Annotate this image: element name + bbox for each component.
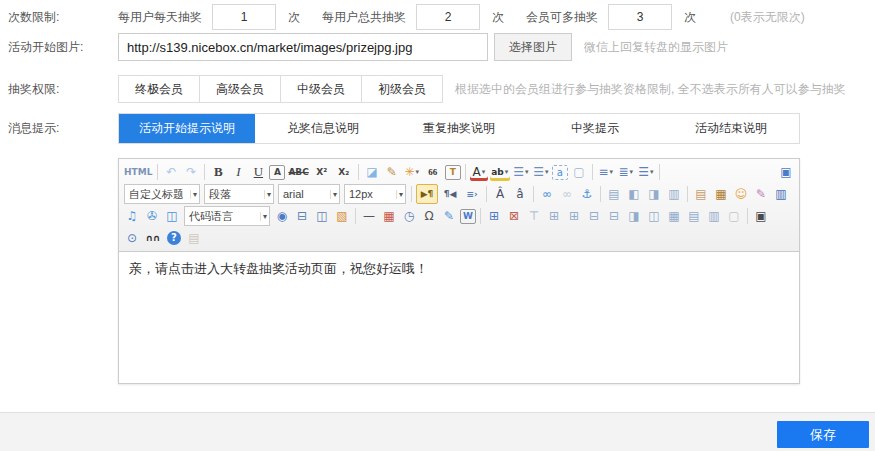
undo-icon[interactable]: ↶	[162, 163, 180, 181]
to-uppercase-icon[interactable]: Â	[491, 185, 509, 203]
insert-time-icon[interactable]: ◷	[400, 207, 418, 225]
member-senior-button[interactable]: 高级会员	[199, 75, 281, 103]
tab-activity-start-tip[interactable]: 活动开始提示说明	[119, 114, 255, 143]
document-icon[interactable]: ▢	[725, 207, 743, 225]
start-image-url-input[interactable]	[118, 33, 488, 61]
superscript-icon[interactable]: X²	[312, 163, 332, 181]
custom-title-select[interactable]: 自定义标题▾	[124, 184, 200, 204]
tab-activity-end[interactable]: 活动结束说明	[663, 114, 799, 143]
image-align-center-icon[interactable]: ▥	[665, 185, 683, 203]
delete-column-icon[interactable]: ⊟	[605, 207, 623, 225]
merge-cells-right-icon[interactable]: ◨	[625, 207, 643, 225]
tab-redeem-info[interactable]: 兑奖信息说明	[255, 114, 391, 143]
insert-video-icon[interactable]: ▥	[772, 185, 790, 203]
background-color-icon[interactable]: ab▾	[490, 163, 510, 181]
subscript-icon[interactable]: X₂	[334, 163, 354, 181]
total-limit-input[interactable]	[416, 4, 480, 30]
toolbar-row: ⊙∩∩?▤	[122, 227, 796, 249]
page-break-icon[interactable]: ⊟	[293, 207, 311, 225]
member-extra-input[interactable]	[608, 4, 672, 30]
dropdown-arrow-icon: ▾	[264, 190, 271, 199]
background-settings-icon[interactable]: ▧	[333, 207, 351, 225]
preview-icon[interactable]: ⊙	[123, 229, 141, 247]
insert-image-icon[interactable]: ▦	[712, 185, 730, 203]
table-title-cell-icon[interactable]: ⊤	[525, 207, 543, 225]
delete-table-icon[interactable]: ⊠	[505, 207, 523, 225]
screen-capture-icon[interactable]: ✎	[440, 207, 458, 225]
font-size-select[interactable]: 12px▾	[344, 184, 406, 204]
tab-winning-tip[interactable]: 中奖提示	[527, 114, 663, 143]
strikethrough-icon[interactable]: ABC	[287, 163, 309, 181]
print-icon[interactable]: ▣	[752, 207, 770, 225]
editor-content-area[interactable]: 亲，请点击进入大转盘抽奖活动页面，祝您好运哦！	[119, 252, 799, 383]
scrawl-icon[interactable]: ✎	[752, 185, 770, 203]
clear-format-brush-icon[interactable]: ✎	[383, 163, 401, 181]
limit-hint: (0表示无限次)	[730, 9, 805, 26]
insert-link-icon[interactable]: ∞	[538, 185, 556, 203]
dropdown-arrow-icon: ▾	[610, 163, 614, 181]
indent-icon[interactable]: ≡›	[462, 185, 482, 203]
line-spacing-icon[interactable]: ☰▾	[637, 163, 655, 181]
auto-typeset-icon[interactable]: ✳▾	[403, 163, 421, 181]
direction-ltr-icon[interactable]: ▶¶	[416, 184, 438, 204]
insert-code-icon[interactable]: ◉	[273, 207, 291, 225]
special-characters-icon[interactable]: Ω	[420, 207, 438, 225]
paragraph-spacing-icon[interactable]: ≣▾	[617, 163, 635, 181]
attachment-icon[interactable]: ✇	[143, 207, 161, 225]
html-source-icon[interactable]: HTML	[123, 163, 153, 181]
ordered-list-icon[interactable]: ☰▾	[512, 163, 530, 181]
drafts-icon[interactable]: ▤	[185, 229, 203, 247]
font-color-icon[interactable]: A▾	[470, 163, 488, 181]
italic-icon[interactable]: I	[229, 163, 247, 181]
insert-flash-icon[interactable]: ◫	[163, 207, 181, 225]
search-replace-icon[interactable]: ∩∩	[143, 229, 163, 247]
horizontal-rule-icon[interactable]: —	[360, 207, 378, 225]
new-document-icon[interactable]: ▢	[570, 163, 588, 181]
tab-repeat-draw[interactable]: 重复抽奖说明	[391, 114, 527, 143]
insert-row-icon[interactable]: ⊞	[545, 207, 563, 225]
fullscreen-icon[interactable]: ▣	[777, 163, 795, 181]
image-align-left-icon[interactable]: ◧	[625, 185, 643, 203]
split-to-columns-icon[interactable]: ▥	[705, 207, 723, 225]
underline-icon[interactable]: U	[249, 163, 267, 181]
paragraph-format-select[interactable]: 段落▾	[204, 184, 274, 204]
paste-as-text-icon[interactable]: T	[445, 165, 461, 180]
image-align-right-icon[interactable]: ◨	[645, 185, 663, 203]
font-size-select-value: 12px	[349, 188, 373, 200]
unlink-icon[interactable]: ∞	[558, 185, 576, 203]
snapshot-icon[interactable]: ▤	[692, 185, 710, 203]
blockquote-icon[interactable]: 66	[423, 163, 443, 181]
member-middle-button[interactable]: 中级会员	[280, 75, 362, 103]
font-border-icon[interactable]: A	[269, 165, 285, 180]
word-image-icon[interactable]: W	[460, 209, 476, 224]
bold-icon[interactable]: B	[209, 163, 227, 181]
direction-rtl-icon[interactable]: ¶◀	[440, 185, 460, 203]
member-junior-button[interactable]: 初级会员	[361, 75, 443, 103]
delete-row-icon[interactable]: ⊟	[585, 207, 603, 225]
justify-align-icon[interactable]: ≡▾	[597, 163, 615, 181]
unordered-list-icon[interactable]: ☰▾	[532, 163, 550, 181]
help-icon[interactable]: ?	[167, 231, 181, 245]
choose-image-button[interactable]: 选择图片	[494, 33, 572, 61]
save-button[interactable]: 保存	[777, 421, 869, 448]
image-align-none-icon[interactable]: ▤	[605, 185, 623, 203]
insert-date-icon[interactable]: ▦	[380, 207, 398, 225]
merge-cells-icon[interactable]: ▦	[665, 207, 683, 225]
to-lowercase-icon[interactable]: â	[511, 185, 529, 203]
insert-table-icon[interactable]: ⊞	[485, 207, 503, 225]
insert-music-icon[interactable]: ♫	[123, 207, 141, 225]
font-family-select[interactable]: arial▾	[278, 184, 340, 204]
toolbar-separator	[355, 208, 356, 224]
member-ultimate-button[interactable]: 终极会员	[118, 75, 200, 103]
split-to-rows-icon[interactable]: ▤	[685, 207, 703, 225]
insert-column-icon[interactable]: ⊞	[565, 207, 583, 225]
insert-iframe-icon[interactable]: ◫	[313, 207, 331, 225]
daily-limit-input[interactable]	[212, 4, 276, 30]
anchor-icon[interactable]: ⚓	[578, 185, 596, 203]
code-language-select[interactable]: 代码语言▾	[184, 206, 270, 226]
anchor-tag-icon[interactable]: a	[552, 165, 568, 180]
merge-cells-down-icon[interactable]: ◫	[645, 207, 663, 225]
format-eraser-icon[interactable]: ◪	[363, 163, 381, 181]
redo-icon[interactable]: ↷	[182, 163, 200, 181]
emoticon-icon[interactable]: ☺	[732, 185, 750, 203]
